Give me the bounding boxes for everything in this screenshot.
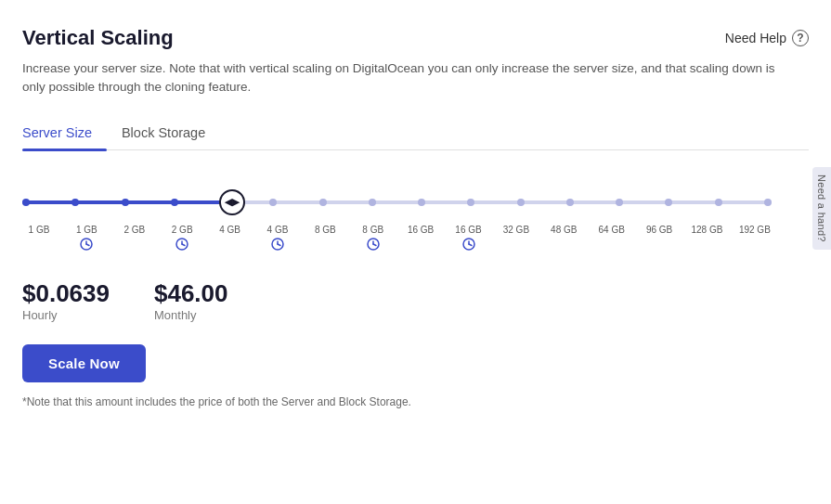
label-192gb: 192 GB bbox=[738, 225, 772, 251]
label-16gb-a: 16 GB bbox=[404, 225, 437, 251]
track-dot-3 bbox=[122, 199, 129, 206]
track-dot-9 bbox=[418, 199, 425, 206]
header-row: Vertical Scaling Need Help ? bbox=[22, 26, 809, 50]
hourly-price-label: Hourly bbox=[22, 308, 110, 322]
label-8gb-a: 8 GB bbox=[308, 225, 342, 251]
help-link-label: Need Help bbox=[725, 31, 786, 45]
label-text-3: 2 GB bbox=[123, 225, 145, 235]
label-96gb: 96 GB bbox=[643, 225, 676, 251]
sidebar-help-label: Need a hand? bbox=[816, 174, 827, 242]
label-text-11: 32 GB bbox=[503, 225, 529, 235]
track-dot-1 bbox=[22, 199, 30, 206]
label-text-16: 192 GB bbox=[739, 225, 771, 235]
svg-line-2 bbox=[86, 244, 89, 246]
label-2gb-b: 2 GB bbox=[165, 225, 199, 251]
scale-now-button[interactable]: Scale Now bbox=[22, 344, 146, 382]
label-text-4: 2 GB bbox=[172, 225, 193, 235]
monthly-price-block: $46.00 Monthly bbox=[154, 280, 228, 323]
svg-line-11 bbox=[373, 244, 376, 246]
footnote-text: *Note that this amount includes the pric… bbox=[22, 395, 809, 408]
label-text-9: 16 GB bbox=[408, 225, 434, 235]
pricing-section: $0.0639 Hourly $46.00 Monthly bbox=[22, 280, 809, 323]
monthly-price-label: Monthly bbox=[154, 308, 228, 322]
label-text-15: 128 GB bbox=[692, 225, 723, 235]
hourly-price-block: $0.0639 Hourly bbox=[22, 280, 110, 323]
svg-line-14 bbox=[469, 244, 472, 246]
description-text: Increase your server size. Note that wit… bbox=[22, 59, 784, 97]
slider-labels-row: 1 GB 1 GB 2 GB 2 GB bbox=[22, 225, 772, 251]
slider-wrapper: ◀▶ 1 GB 1 GB 2 GB 2 GB bbox=[22, 176, 772, 251]
label-16gb-b: 16 GB bbox=[452, 225, 486, 251]
tab-block-storage[interactable]: Block Storage bbox=[122, 118, 220, 149]
label-1gb-a: 1 GB bbox=[22, 225, 56, 251]
tabs-bar: Server Size Block Storage bbox=[22, 118, 809, 150]
clock-icon-2 bbox=[175, 238, 188, 251]
slider-track-row[interactable]: ◀▶ bbox=[22, 189, 772, 215]
label-text-10: 16 GB bbox=[455, 225, 481, 235]
track-dot-15 bbox=[715, 199, 722, 206]
hourly-price-value: $0.0639 bbox=[22, 280, 110, 307]
label-text-7: 8 GB bbox=[315, 225, 336, 235]
svg-line-5 bbox=[182, 244, 185, 246]
label-text-14: 96 GB bbox=[646, 225, 672, 235]
label-1gb-b: 1 GB bbox=[70, 225, 103, 251]
clock-icon-3 bbox=[271, 238, 284, 251]
label-64gb: 64 GB bbox=[595, 225, 629, 251]
label-text-12: 48 GB bbox=[551, 225, 577, 235]
track-dot-12 bbox=[566, 199, 574, 206]
track-dot-16 bbox=[764, 199, 772, 206]
label-48gb: 48 GB bbox=[547, 225, 580, 251]
label-2gb-a: 2 GB bbox=[118, 225, 151, 251]
label-text-1: 1 GB bbox=[29, 225, 50, 235]
svg-line-8 bbox=[278, 244, 280, 246]
help-link[interactable]: Need Help ? bbox=[725, 30, 809, 46]
track-dot-8 bbox=[369, 199, 376, 206]
label-text-6: 4 GB bbox=[267, 225, 289, 235]
sidebar-help-tab[interactable]: Need a hand? bbox=[812, 167, 831, 250]
label-text-13: 64 GB bbox=[599, 225, 625, 235]
label-32gb: 32 GB bbox=[500, 225, 533, 251]
thumb-arrows-icon: ◀▶ bbox=[225, 198, 240, 207]
label-8gb-b: 8 GB bbox=[357, 225, 390, 251]
label-4gb-a: 4 GB bbox=[214, 225, 247, 251]
slider-section: ◀▶ 1 GB 1 GB 2 GB 2 GB bbox=[22, 176, 809, 251]
label-text-2: 1 GB bbox=[76, 225, 97, 235]
track-dot-13 bbox=[616, 199, 623, 206]
clock-icon-1 bbox=[80, 238, 93, 251]
track-dot-4 bbox=[171, 199, 178, 206]
slider-thumb[interactable]: ◀▶ bbox=[219, 189, 245, 215]
track-dot-6 bbox=[269, 199, 277, 206]
page-title: Vertical Scaling bbox=[22, 26, 174, 50]
help-icon: ? bbox=[792, 30, 809, 46]
monthly-price-value: $46.00 bbox=[154, 280, 228, 307]
track-dot-11 bbox=[517, 199, 525, 206]
clock-icon-5 bbox=[462, 238, 475, 251]
label-128gb: 128 GB bbox=[690, 225, 723, 251]
track-dot-14 bbox=[665, 199, 672, 206]
label-text-8: 8 GB bbox=[362, 225, 383, 235]
label-text-5: 4 GB bbox=[219, 225, 240, 235]
slider-track-dots bbox=[22, 199, 772, 206]
track-dot-7 bbox=[319, 199, 327, 206]
track-dot-2 bbox=[71, 199, 79, 206]
label-4gb-b: 4 GB bbox=[261, 225, 294, 251]
track-dot-10 bbox=[467, 199, 474, 206]
tab-server-size[interactable]: Server Size bbox=[22, 118, 107, 149]
clock-icon-4 bbox=[367, 238, 380, 251]
